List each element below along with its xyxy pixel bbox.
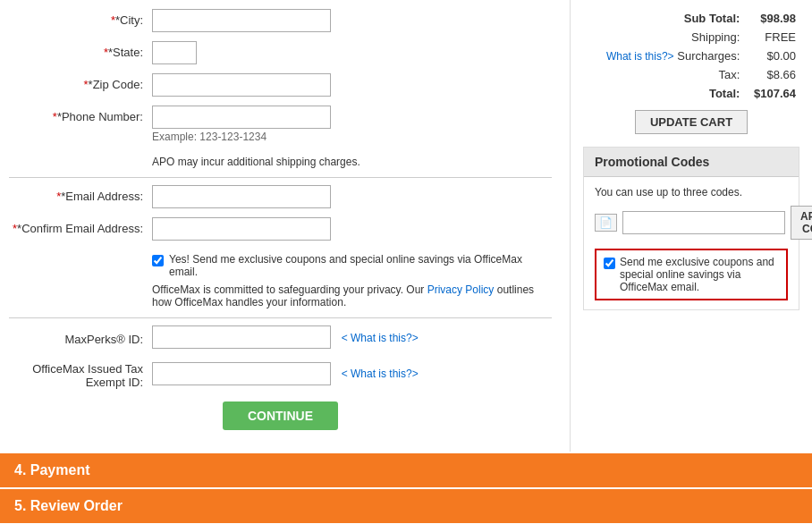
maxperks-label: MaxPerks® ID: xyxy=(9,328,152,346)
shipping-value: FREE xyxy=(743,28,799,46)
apo-note: APO may incur additional shipping charge… xyxy=(152,156,552,168)
shipping-label: Shipping: xyxy=(583,28,743,46)
tax-label: Tax: xyxy=(583,65,743,84)
promo-checkbox-label: Send me exclusive coupons and special on… xyxy=(620,256,779,293)
confirm-email-input[interactable] xyxy=(152,217,331,241)
email-label: **Email Address: xyxy=(9,185,152,203)
update-cart-button[interactable]: UPDATE CART xyxy=(635,110,748,134)
tax-value: $8.66 xyxy=(743,65,799,84)
review-section-bar: 5. Review Order xyxy=(0,489,812,523)
summary-section: Sub Total: $98.98 Shipping: FREE What is… xyxy=(571,0,812,452)
zip-label: **Zip Code: xyxy=(9,73,152,91)
taxexempt-label: OfficeMax Issued Tax Exempt ID: xyxy=(9,358,152,389)
tax-row: Tax: $8.66 xyxy=(583,65,799,84)
taxexempt-input[interactable] xyxy=(152,362,331,385)
promo-code-input[interactable] xyxy=(622,211,785,234)
promo-subtext: You can use up to three codes. xyxy=(595,186,788,199)
confirm-email-row: **Confirm Email Address: xyxy=(9,217,552,241)
promo-input-row: 📄 APPLY CODE xyxy=(595,206,788,240)
promo-icon: 📄 xyxy=(595,214,617,232)
exclusive-checkbox[interactable] xyxy=(152,255,164,266)
phone-input[interactable] xyxy=(152,106,331,129)
surcharges-cell: What is this?> Surcharges: xyxy=(583,46,743,65)
city-input[interactable] xyxy=(152,9,331,32)
bottom-sections: 4. Payment 5. Review Order xyxy=(0,453,812,523)
promo-section: Promotional Codes You can use up to thre… xyxy=(583,147,799,310)
city-row: **City: xyxy=(9,9,552,32)
maxperks-what-link[interactable]: < What is this?> xyxy=(342,332,419,344)
surcharges-label: Surcharges: xyxy=(677,49,740,63)
email-input[interactable] xyxy=(152,185,331,208)
subtotal-row: Sub Total: $98.98 xyxy=(583,9,799,28)
exclusive-checkbox-label: Yes! Send me exclusive coupons and speci… xyxy=(169,253,552,278)
promo-header: Promotional Codes xyxy=(584,148,799,177)
total-value: $107.64 xyxy=(743,84,799,103)
order-summary-table: Sub Total: $98.98 Shipping: FREE What is… xyxy=(583,9,799,103)
continue-row: CONTINUE xyxy=(9,401,552,430)
zip-row: **Zip Code: xyxy=(9,73,552,97)
state-input[interactable] xyxy=(152,41,197,64)
phone-example: Example: 123-123-1234 xyxy=(152,131,552,143)
state-row: **State: xyxy=(9,41,552,64)
subtotal-label: Sub Total: xyxy=(583,9,743,28)
city-label: **City: xyxy=(9,9,152,27)
surcharges-row: What is this?> Surcharges: $0.00 xyxy=(583,46,799,65)
promo-body: You can use up to three codes. 📄 APPLY C… xyxy=(584,177,799,309)
privacy-text: OfficeMax is committed to safeguarding y… xyxy=(152,283,552,308)
subtotal-value: $98.98 xyxy=(743,9,799,28)
payment-section-bar: 4. Payment xyxy=(0,453,812,487)
shipping-row: Shipping: FREE xyxy=(583,28,799,46)
promo-checkbox-area: Send me exclusive coupons and special on… xyxy=(595,249,788,300)
maxperks-input[interactable] xyxy=(152,325,331,349)
taxexempt-what-link[interactable]: < What is this?> xyxy=(342,368,419,380)
state-label: **State: xyxy=(9,41,152,59)
maxperks-row: MaxPerks® ID: < What is this?> xyxy=(9,325,552,349)
divider-2 xyxy=(9,317,552,318)
email-row: **Email Address: xyxy=(9,185,552,208)
privacy-policy-link[interactable]: Privacy Policy xyxy=(427,283,495,296)
exclusive-checkbox-area: Yes! Send me exclusive coupons and speci… xyxy=(152,253,552,278)
phone-label: **Phone Number: xyxy=(9,106,152,123)
apo-note-row: APO may incur additional shipping charge… xyxy=(9,152,552,168)
what-is-this-link[interactable]: What is this?> xyxy=(606,50,674,63)
promo-exclusive-checkbox[interactable] xyxy=(604,258,615,269)
zip-input[interactable] xyxy=(152,73,331,97)
apply-code-button[interactable]: APPLY CODE xyxy=(791,206,812,240)
surcharges-value: $0.00 xyxy=(743,46,799,65)
total-row: Total: $107.64 xyxy=(583,84,799,103)
total-label: Total: xyxy=(583,84,743,103)
exclusive-checkbox-row: Yes! Send me exclusive coupons and speci… xyxy=(9,249,552,308)
confirm-email-label: **Confirm Email Address: xyxy=(9,217,152,235)
taxexempt-row: OfficeMax Issued Tax Exempt ID: < What i… xyxy=(9,358,552,389)
phone-row: **Phone Number: Example: 123-123-1234 xyxy=(9,106,552,143)
continue-button[interactable]: CONTINUE xyxy=(223,401,338,430)
divider-1 xyxy=(9,177,552,178)
